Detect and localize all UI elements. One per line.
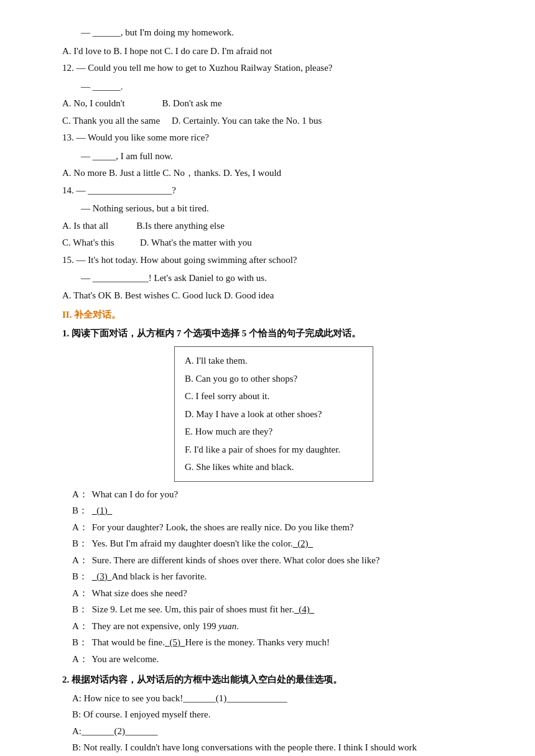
dialog1-line-2: B： (1)	[62, 503, 485, 519]
dialog1-text-6: (3) And black is her favorite.	[92, 571, 207, 581]
q14-opt-a: A. Is that all	[62, 221, 108, 231]
part2-label: II.	[62, 310, 72, 320]
dialog2-line-1: A: How nice to see you back!_______(1)__…	[62, 691, 485, 707]
q12-opt-c: C. Thank you all the same	[62, 116, 160, 126]
dialog1-line-3: A： For your daughter? Look, the shoes ar…	[62, 520, 485, 536]
dialog1-text-5: Sure. There are different kinds of shoes…	[92, 555, 380, 565]
dialog1-line-10: B： That would be fine. (5) Here is the m…	[62, 635, 485, 651]
q15-stem: 15. — It's hot today. How about going sw…	[62, 252, 485, 269]
dialog1-speaker-9: A：	[72, 619, 90, 635]
q14-reply: — Nothing serious, but a bit tired.	[62, 201, 485, 217]
dialog1-line-5: A： Sure. There are different kinds of sh…	[62, 553, 485, 569]
options-box: A. I'll take them. B. Can you go to othe…	[174, 346, 373, 482]
dialog2-line-3: A:_______(2)_______	[62, 724, 485, 740]
dialog2-speaker-1: A: How nice to see you back!_______(1)__…	[72, 693, 287, 703]
q12-opt-CD: C. Thank you all the same D. Certainly. …	[62, 113, 485, 129]
q14-opt-d: D. What's the matter with you	[140, 237, 252, 247]
q14-opt-AB: A. Is that all B.Is there anything else	[62, 218, 485, 234]
part2-heading: II. 补全对话。	[62, 307, 485, 323]
box-option-c: C. I feel sorry about it.	[185, 387, 363, 405]
dialog2-speaker-3: A:_______(2)_______	[72, 726, 158, 736]
dialog1-speaker-8: B：	[72, 602, 90, 618]
dialog1-text-2: (1)	[92, 505, 113, 515]
dialog2: A: How nice to see you back!_______(1)__…	[62, 691, 485, 757]
dialog1-line-11: A： You are welcome.	[62, 652, 485, 668]
dialog1-speaker-5: A：	[72, 553, 90, 569]
dialog1-speaker-2: B：	[72, 503, 90, 519]
dialog1-speaker-7: A：	[72, 586, 90, 602]
box-option-a: A. I'll take them.	[185, 352, 363, 370]
q14-stem: 14. — __________________?	[62, 183, 485, 199]
dialog2-speaker-4: B: Not really. I couldn't have long conv…	[72, 742, 417, 752]
q12-blank: — ______.	[62, 79, 485, 95]
dialog1-line-7: A： What size does she need?	[62, 586, 485, 602]
q11-options: A. I'd love to B. I hope not C. I do car…	[62, 44, 485, 60]
q13-blank: — _____, I am full now.	[62, 149, 485, 165]
box-option-d: D. May I have a look at other shoes?	[185, 405, 363, 423]
dialog1-line-1: A： What can I do for you?	[62, 487, 485, 503]
dialog1-speaker-6: B：	[72, 569, 90, 585]
box-option-g: G. She likes white and black.	[185, 458, 363, 476]
dialog1-text-3: For your daughter? Look, the shoes are r…	[92, 522, 354, 532]
dialog1-text-8: Size 9. Let me see. Um, this pair of sho…	[92, 604, 314, 614]
dialog1-text-11: You are welcome.	[91, 654, 159, 664]
dialog1-speaker-4: B：	[72, 536, 90, 552]
dialog2-line-4: B: Not really. I couldn't have long conv…	[62, 740, 485, 756]
dialog1-speaker-3: A：	[72, 520, 90, 536]
dialog1-text-10: That would be fine. (5) Here is the mone…	[91, 637, 329, 647]
dialog1-speaker-10: B：	[72, 635, 90, 651]
q12-opt-AB: A. No, I couldn't B. Don't ask me	[62, 96, 485, 112]
q12-stem: 12. — Could you tell me how to get to Xu…	[62, 60, 485, 76]
q12-opt-d: D. Certainly. You can take the No. 1 bus	[172, 116, 322, 126]
dialog1-line-8: B： Size 9. Let me see. Um, this pair of …	[62, 602, 485, 618]
box-option-f: F. I'd like a pair of shoes for my daugh…	[185, 441, 363, 459]
box-option-b: B. Can you go to other shops?	[185, 370, 363, 388]
q13-stem: 13. — Would you like some more rice?	[62, 130, 485, 146]
part2-q1-intro: 1. 阅读下面对话，从方框内 7 个选项中选择 5 个恰当的句子完成此对话。	[62, 326, 485, 342]
dialog2-speaker-2: B: Of course. I enjoyed myself there.	[72, 709, 210, 719]
q14-opt-CD: C. What's this D. What's the matter with…	[62, 235, 485, 251]
dialog2-line-2: B: Of course. I enjoyed myself there.	[62, 707, 485, 723]
page-content: — ______, but I'm doing my homework. A. …	[62, 25, 485, 756]
part2-q2-intro: 2. 根据对话内容，从对话后的方框中选出能填入空白处的最佳选项。	[62, 672, 485, 688]
dialog1-text-1: What can I do for you?	[91, 489, 178, 499]
dialog1-speaker-11: A：	[72, 652, 90, 668]
dialog1-text-7: What size does she need?	[91, 588, 187, 598]
dialog1-line-4: B： Yes. But I'm afraid my daughter doesn…	[62, 536, 485, 552]
dialog1-text-4: Yes. But I'm afraid my daughter doesn't …	[91, 538, 313, 548]
dialog1: A： What can I do for you? B： (1) A： For …	[62, 487, 485, 668]
intro-line: — ______, but I'm doing my homework.	[62, 25, 485, 41]
box-option-e: E. How much are they?	[185, 423, 363, 441]
dialog1-speaker-1: A：	[72, 487, 90, 503]
q12-opt-a: A. No, I couldn't	[62, 98, 125, 108]
q15-options: A. That's OK B. Best wishes C. Good luck…	[62, 288, 485, 304]
q12-opt-b: B. Don't ask me	[162, 98, 222, 108]
dialog1-line-9: A： They are not expensive, only 199 yuan…	[62, 619, 485, 635]
dialog1-text-9: They are not expensive, only 199 yuan.	[91, 621, 239, 631]
q14-opt-c: C. What's this	[62, 237, 114, 247]
dialog1-line-6: B： (3) And black is her favorite.	[62, 569, 485, 585]
q14-opt-b: B.Is there anything else	[136, 221, 225, 231]
part2-title: 补全对话。	[74, 310, 121, 320]
q13-options: A. No more B. Just a little C. No，thanks…	[62, 165, 485, 182]
q15-blank: — ____________! Let's ask Daniel to go w…	[62, 270, 485, 287]
